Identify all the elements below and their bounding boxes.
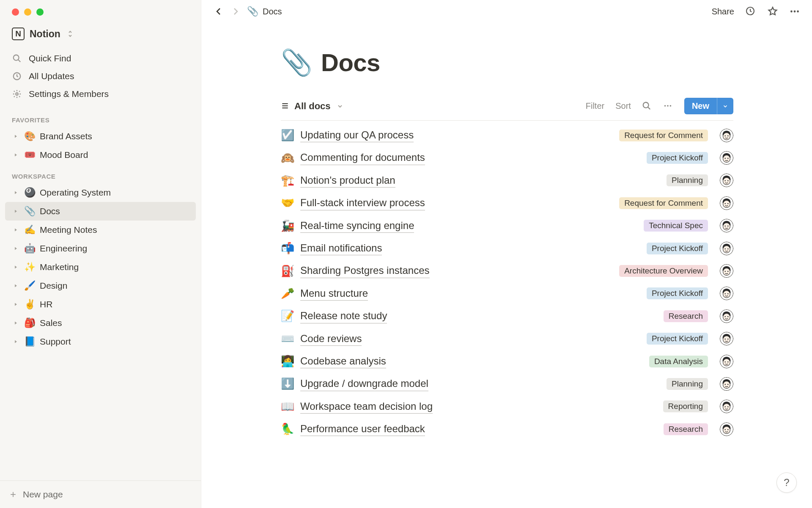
document-row[interactable]: 🤝Full-stack interview processRequest for… xyxy=(281,192,733,214)
view-picker[interactable]: All docs xyxy=(281,101,343,112)
disclosure-caret-icon[interactable] xyxy=(12,319,19,327)
document-row[interactable]: 📬Email notificationsProject Kickoff xyxy=(281,237,733,260)
doc-title[interactable]: Notion's product plan xyxy=(300,174,395,188)
more-db-icon[interactable] xyxy=(663,101,673,111)
document-row[interactable]: 🦜Performance user feedbackResearch xyxy=(281,418,733,440)
doc-author-avatar[interactable] xyxy=(720,422,733,436)
new-page-button[interactable]: + New page xyxy=(0,480,201,508)
doc-author-avatar[interactable] xyxy=(720,174,733,187)
disclosure-caret-icon[interactable] xyxy=(12,338,19,345)
document-row[interactable]: 🙉Commenting for documentsProject Kickoff xyxy=(281,146,733,169)
disclosure-caret-icon[interactable] xyxy=(12,151,19,159)
disclosure-caret-icon[interactable] xyxy=(12,207,19,215)
document-row[interactable]: ☑️Updating our QA processRequest for Com… xyxy=(281,124,733,146)
doc-author-avatar[interactable] xyxy=(720,219,733,232)
workspace-page-item[interactable]: ✌️HR xyxy=(5,295,196,314)
doc-title[interactable]: Codebase analysis xyxy=(300,354,386,368)
doc-emoji: 🤝 xyxy=(281,196,294,210)
workspace-name: Notion xyxy=(30,28,60,40)
doc-title[interactable]: Updating our QA process xyxy=(300,128,414,142)
doc-title[interactable]: Menu structure xyxy=(300,287,368,301)
close-window-button[interactable] xyxy=(12,8,19,16)
doc-tag: Architecture Overview xyxy=(619,265,708,277)
all-updates[interactable]: All Updates xyxy=(5,67,196,85)
disclosure-caret-icon[interactable] xyxy=(12,282,19,290)
workspace-switcher[interactable]: N Notion xyxy=(0,20,201,48)
favorite-icon[interactable] xyxy=(767,6,778,17)
page-title-text[interactable]: Docs xyxy=(321,48,380,77)
doc-title[interactable]: Sharding Postgres instances xyxy=(300,264,430,278)
workspace-page-item[interactable]: 🖌️Design xyxy=(5,276,196,295)
document-row[interactable]: 🚂Real-time syncing engineTechnical Spec xyxy=(281,215,733,237)
document-row[interactable]: ⛽Sharding Postgres instancesArchitecture… xyxy=(281,260,733,282)
workspace-page-item[interactable]: 📎Docs xyxy=(5,202,196,221)
updates-icon[interactable] xyxy=(745,6,756,17)
disclosure-caret-icon[interactable] xyxy=(12,263,19,271)
search-db-icon[interactable] xyxy=(642,101,652,111)
svg-point-64 xyxy=(723,426,730,433)
workspace-page-item[interactable]: ✨Marketing xyxy=(5,258,196,276)
doc-title[interactable]: Real-time syncing engine xyxy=(300,219,414,233)
doc-title[interactable]: Performance user feedback xyxy=(300,422,425,436)
doc-author-avatar[interactable] xyxy=(720,196,733,210)
document-row[interactable]: 🏗️Notion's product planPlanning xyxy=(281,169,733,192)
doc-author-avatar[interactable] xyxy=(720,287,733,300)
svg-point-21 xyxy=(724,180,726,182)
doc-title[interactable]: Email notifications xyxy=(300,241,382,255)
workspace-page-item[interactable]: 📘Support xyxy=(5,332,196,351)
svg-point-13 xyxy=(724,135,726,136)
doc-tag: Project Kickoff xyxy=(647,333,708,345)
quick-find[interactable]: Quick Find xyxy=(5,50,196,67)
document-row[interactable]: 👩‍💻Codebase analysisData Analysis xyxy=(281,350,733,373)
maximize-window-button[interactable] xyxy=(36,8,44,16)
disclosure-caret-icon[interactable] xyxy=(12,189,19,196)
minimize-window-button[interactable] xyxy=(24,8,31,16)
disclosure-caret-icon[interactable] xyxy=(12,133,19,140)
disclosure-caret-icon[interactable] xyxy=(12,245,19,252)
breadcrumb[interactable]: 📎 Docs xyxy=(247,6,282,17)
workspace-page-item[interactable]: ✍️Meeting Notes xyxy=(5,221,196,239)
doc-title[interactable]: Release note study xyxy=(300,309,387,323)
more-icon[interactable] xyxy=(789,6,800,17)
document-row[interactable]: ⬇️Upgrade / downgrade modelPlanning xyxy=(281,373,733,395)
doc-author-avatar[interactable] xyxy=(720,332,733,345)
doc-title[interactable]: Full-stack interview process xyxy=(300,196,425,210)
doc-author-avatar[interactable] xyxy=(720,355,733,368)
doc-title[interactable]: Commenting for documents xyxy=(300,151,425,165)
nav-back-button[interactable] xyxy=(213,6,224,17)
doc-author-avatar[interactable] xyxy=(720,242,733,255)
doc-author-avatar[interactable] xyxy=(720,400,733,413)
new-button-dropdown[interactable] xyxy=(717,98,733,114)
document-row[interactable]: ⌨️Code reviewsProject Kickoff xyxy=(281,328,733,350)
sort-button[interactable]: Sort xyxy=(615,101,631,111)
favorite-item[interactable]: 🎟️Mood Board xyxy=(5,146,196,164)
disclosure-caret-icon[interactable] xyxy=(12,301,19,308)
favorite-item[interactable]: 🎨Brand Assets xyxy=(5,127,196,146)
workspace-page-item[interactable]: 🎒Sales xyxy=(5,314,196,332)
page-icon[interactable]: 📎 xyxy=(281,47,313,77)
doc-title[interactable]: Workspace team decision log xyxy=(300,400,433,414)
document-row[interactable]: 📝Release note studyResearch xyxy=(281,305,733,327)
workspace-page-item[interactable]: 🤖Engineering xyxy=(5,239,196,258)
workspace-page-item[interactable]: 🎱Operating System xyxy=(5,183,196,202)
nav-forward-button[interactable] xyxy=(230,6,241,17)
new-entry-button[interactable]: New xyxy=(684,98,733,114)
doc-author-avatar[interactable] xyxy=(720,151,733,165)
help-button[interactable]: ? xyxy=(776,472,797,493)
disclosure-caret-icon[interactable] xyxy=(12,226,19,234)
doc-tag: Technical Spec xyxy=(644,220,708,232)
share-button[interactable]: Share xyxy=(712,7,734,17)
doc-author-avatar[interactable] xyxy=(720,377,733,391)
filter-button[interactable]: Filter xyxy=(586,101,604,111)
unfold-icon xyxy=(67,30,73,38)
document-row[interactable]: 📖Workspace team decision logReporting xyxy=(281,395,733,418)
doc-author-avatar[interactable] xyxy=(720,309,733,323)
doc-author-avatar[interactable] xyxy=(720,264,733,278)
settings-members[interactable]: Settings & Members xyxy=(5,85,196,103)
doc-title[interactable]: Upgrade / downgrade model xyxy=(300,377,428,391)
doc-title[interactable]: Code reviews xyxy=(300,332,362,346)
doc-author-avatar[interactable] xyxy=(720,129,733,142)
document-row[interactable]: 🥕Menu structureProject Kickoff xyxy=(281,282,733,305)
svg-point-5 xyxy=(794,11,796,13)
doc-tag: Request for Comment xyxy=(619,130,708,141)
